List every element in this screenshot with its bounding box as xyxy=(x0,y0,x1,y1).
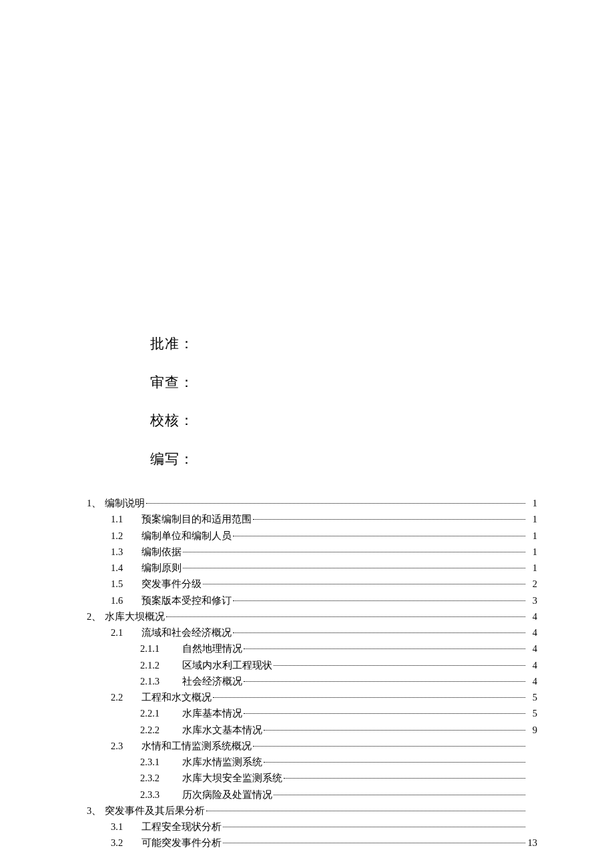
toc-entry-number: 3、 xyxy=(87,804,105,819)
toc-entry: 2.3水情和工情监测系统概况 xyxy=(87,739,537,754)
toc-entry: 1.4编制原则1 xyxy=(87,561,537,576)
toc-entry: 1.2编制单位和编制人员1 xyxy=(87,529,537,544)
toc-entry-number: 3.1 xyxy=(111,820,141,835)
toc-leader-dots xyxy=(166,616,525,617)
toc-entry-page: 1 xyxy=(527,545,538,560)
toc-leader-dots xyxy=(253,746,525,747)
toc-entry-number: 2.3.3 xyxy=(140,788,182,803)
toc-entry-title: 区域内水利工程现状 xyxy=(182,659,272,673)
toc-entry-number: 2.3.2 xyxy=(140,771,182,786)
toc-leader-dots xyxy=(244,713,525,714)
toc-entry-page: 1 xyxy=(527,496,538,511)
signoff-write: 编写： xyxy=(150,449,537,470)
toc-entry-title: 水情和工情监测系统概况 xyxy=(141,739,252,754)
toc-entry-title: 工程安全现状分析 xyxy=(141,820,222,835)
toc-entry-number: 2.1.3 xyxy=(140,675,182,689)
toc-leader-dots xyxy=(233,600,525,601)
toc-leader-dots xyxy=(264,730,525,731)
toc-entry: 1.1预案编制目的和适用范围1 xyxy=(87,512,537,527)
toc-entry-number: 2.2 xyxy=(111,691,141,705)
toc-entry-number: 1.6 xyxy=(111,594,141,608)
toc-entry-number: 2.3.1 xyxy=(140,755,182,770)
toc-leader-dots xyxy=(244,681,525,682)
toc-entry: 1.5突发事件分级2 xyxy=(87,577,537,592)
toc-entry: 2、水库大坝概况4 xyxy=(87,610,537,624)
toc-entry-title: 可能突发事件分析 xyxy=(141,836,222,851)
toc-entry: 2.3.1水库水情监测系统 xyxy=(87,755,537,770)
toc-entry-page: 13 xyxy=(527,836,538,851)
toc-entry-number: 1.4 xyxy=(111,561,141,576)
toc-entry-number: 1.5 xyxy=(111,577,141,592)
toc-entry-title: 编制说明 xyxy=(105,496,145,511)
toc-leader-dots xyxy=(274,795,525,795)
signoff-review: 审查： xyxy=(150,372,537,394)
toc-entry-number: 2.2.1 xyxy=(140,707,182,721)
toc-leader-dots xyxy=(183,552,525,552)
signoff-block: 批准： 审查： 校核： 编写： xyxy=(150,334,537,470)
toc-entry-title: 编制单位和编制人员 xyxy=(141,529,232,544)
signoff-check: 校核： xyxy=(150,410,537,432)
toc-entry: 2.1.1自然地理情况4 xyxy=(87,642,537,657)
toc-entry-title: 工程和水文概况 xyxy=(141,691,212,705)
toc-entry-number: 3.2 xyxy=(111,836,141,851)
toc-entry-number: 1、 xyxy=(87,496,105,511)
toc-entry: 2.1.3社会经济概况4 xyxy=(87,675,537,689)
document-page: 批准： 审查： 校核： 编写： 1、编制说明11.1预案编制目的和适用范围11.… xyxy=(0,0,614,868)
toc-leader-dots xyxy=(253,519,525,520)
table-of-contents: 1、编制说明11.1预案编制目的和适用范围11.2编制单位和编制人员11.3编制… xyxy=(87,496,537,851)
toc-entry-page: 1 xyxy=(527,529,538,544)
toc-entry-title: 水库大坝安全监测系统 xyxy=(182,771,282,786)
toc-leader-dots xyxy=(223,827,525,827)
toc-entry-title: 预案编制目的和适用范围 xyxy=(141,512,252,527)
toc-leader-dots xyxy=(203,584,525,584)
toc-entry-number: 2.2.2 xyxy=(140,723,182,738)
toc-leader-dots xyxy=(213,697,525,698)
toc-leader-dots xyxy=(233,536,525,536)
toc-entry-number: 2.1 xyxy=(111,626,141,640)
toc-entry-page: 4 xyxy=(527,659,538,673)
toc-entry-title: 水库大坝概况 xyxy=(105,610,165,624)
toc-entry-title: 历次病险及处置情况 xyxy=(182,788,272,803)
toc-entry-page: 4 xyxy=(527,675,538,689)
toc-entry-title: 自然地理情况 xyxy=(182,642,242,657)
toc-entry-page: 2 xyxy=(527,577,538,592)
toc-entry-number: 1.1 xyxy=(111,512,141,527)
toc-entry-title: 编制依据 xyxy=(141,545,182,560)
toc-entry: 1.6预案版本受控和修订3 xyxy=(87,594,537,608)
toc-leader-dots xyxy=(274,665,525,666)
toc-entry-title: 预案版本受控和修订 xyxy=(141,594,232,608)
toc-entry: 2.2.1水库基本情况5 xyxy=(87,707,537,721)
toc-entry-page: 3 xyxy=(527,594,538,608)
toc-leader-dots xyxy=(264,762,525,763)
toc-entry: 2.1.2区域内水利工程现状4 xyxy=(87,659,537,673)
toc-entry: 2.1流域和社会经济概况4 xyxy=(87,626,537,640)
toc-entry-title: 水库水文基本情况 xyxy=(182,723,262,738)
toc-leader-dots xyxy=(244,648,525,649)
toc-leader-dots xyxy=(146,503,525,504)
toc-entry-title: 流域和社会经济概况 xyxy=(141,626,232,640)
signoff-approve: 批准： xyxy=(150,334,537,355)
toc-entry: 3.2可能突发事件分析13 xyxy=(87,836,537,851)
toc-entry: 3.1工程安全现状分析 xyxy=(87,820,537,835)
toc-entry-number: 1.2 xyxy=(111,529,141,544)
toc-entry-title: 水库基本情况 xyxy=(182,707,242,721)
toc-entry: 1.3编制依据1 xyxy=(87,545,537,560)
toc-entry-number: 2.3 xyxy=(111,739,141,754)
toc-entry-number: 2、 xyxy=(87,610,105,624)
toc-entry: 2.3.3历次病险及处置情况 xyxy=(87,788,537,803)
toc-entry: 2.3.2水库大坝安全监测系统 xyxy=(87,771,537,786)
toc-entry-number: 1.3 xyxy=(111,545,141,560)
toc-entry: 1、编制说明1 xyxy=(87,496,537,511)
toc-entry-page: 5 xyxy=(527,691,538,705)
toc-entry-title: 社会经济概况 xyxy=(182,675,242,689)
toc-leader-dots xyxy=(223,843,525,843)
toc-leader-dots xyxy=(233,632,525,633)
toc-entry-page: 1 xyxy=(527,512,538,527)
toc-entry-page: 4 xyxy=(527,610,538,624)
toc-entry-page: 4 xyxy=(527,626,538,640)
toc-entry-number: 2.1.1 xyxy=(140,642,182,657)
toc-entry-number: 2.1.2 xyxy=(140,659,182,673)
toc-leader-dots xyxy=(206,811,525,811)
toc-entry-title: 水库水情监测系统 xyxy=(182,755,262,770)
toc-entry: 3、突发事件及其后果分析 xyxy=(87,804,537,819)
